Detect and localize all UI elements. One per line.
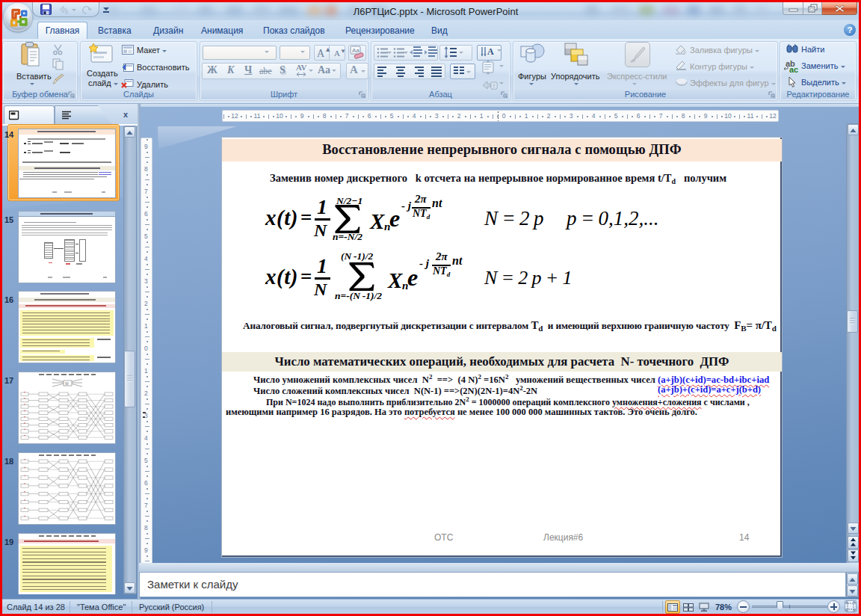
svg-text:W: W	[65, 381, 69, 386]
svg-text:A: A	[487, 46, 494, 57]
svg-text:Aa: Aa	[352, 47, 359, 54]
